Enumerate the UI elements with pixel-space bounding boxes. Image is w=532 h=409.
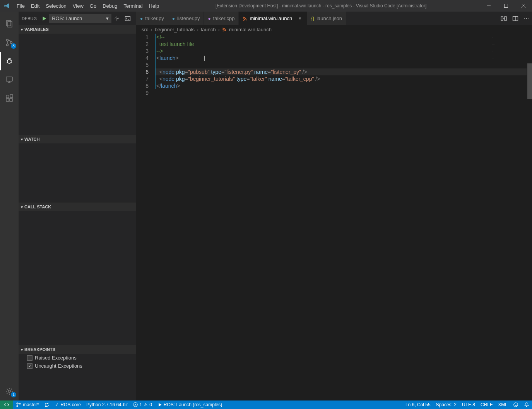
- debug-config-value: ROS: Launch: [52, 15, 82, 21]
- status-branch[interactable]: master*: [13, 400, 41, 409]
- status-cursor-pos[interactable]: Ln 6, Col 55: [403, 400, 433, 409]
- window-title: [Extension Development Host] - minimal.w…: [162, 3, 480, 9]
- svg-point-20: [19, 403, 21, 404]
- svg-rect-16: [505, 17, 506, 20]
- section-watch: ▾WATCH: [19, 135, 136, 203]
- code-content[interactable]: <!-- test launch file --> <launch> <node…: [155, 34, 532, 400]
- tab-listener-py[interactable]: ●listener.py: [168, 12, 204, 25]
- status-bar: master* ✓ROS core Python 2.7.16 64-bit ⓧ…: [0, 400, 532, 409]
- menu-terminal[interactable]: Terminal: [120, 2, 145, 10]
- status-language[interactable]: XML: [495, 400, 510, 409]
- chevron-down-icon: ▾: [21, 137, 23, 141]
- menu-view[interactable]: View: [70, 2, 87, 10]
- tab-talker-cpp[interactable]: ●talker.cpp: [204, 12, 239, 25]
- svg-rect-1: [7, 20, 11, 26]
- tab-minimal-launch[interactable]: minimal.win.launch×: [239, 12, 307, 25]
- vscode-logo-icon: [0, 3, 14, 9]
- status-eol[interactable]: CRLF: [478, 400, 495, 409]
- title-bar: File Edit Selection View Go Debug Termin…: [0, 0, 532, 12]
- svg-point-6: [7, 60, 11, 63]
- section-callstack-header[interactable]: ▾CALL STACK: [19, 203, 136, 211]
- activity-debug[interactable]: [0, 52, 19, 70]
- chevron-down-icon: ▾: [21, 205, 23, 209]
- activity-settings[interactable]: 1: [0, 382, 19, 400]
- section-breakpoints: ▾BREAKPOINTS Raised Exceptions Uncaught …: [19, 345, 136, 370]
- menu-go[interactable]: Go: [87, 2, 99, 10]
- svg-rect-15: [501, 17, 503, 20]
- status-notifications[interactable]: [521, 400, 532, 409]
- activity-extensions[interactable]: [0, 89, 19, 107]
- status-feedback[interactable]: [510, 400, 521, 409]
- chevron-down-icon: ▾: [21, 348, 23, 352]
- debug-config-select[interactable]: ROS: Launch ▾: [49, 14, 111, 23]
- menu-edit[interactable]: Edit: [28, 2, 43, 10]
- menu-debug[interactable]: Debug: [99, 2, 120, 10]
- python-icon: ●: [140, 16, 143, 21]
- breakpoint-label: Raised Exceptions: [35, 355, 77, 361]
- svg-rect-9: [6, 99, 9, 101]
- status-indent[interactable]: Spaces: 2: [433, 400, 459, 409]
- breadcrumb[interactable]: src› beginner_tutorials› launch› minimal…: [136, 25, 532, 34]
- svg-rect-10: [10, 99, 12, 101]
- breakpoint-uncaught[interactable]: Uncaught Exceptions: [19, 362, 136, 370]
- svg-rect-2: [8, 22, 12, 27]
- section-variables-header[interactable]: ▾VARIABLES: [19, 25, 136, 34]
- start-debug-button[interactable]: [41, 16, 47, 21]
- svg-point-12: [8, 390, 10, 392]
- section-callstack: ▾CALL STACK: [19, 203, 136, 345]
- debug-config-gear[interactable]: [114, 15, 122, 22]
- section-watch-header[interactable]: ▾WATCH: [19, 135, 136, 143]
- checkbox-unchecked[interactable]: [27, 355, 33, 361]
- remote-indicator[interactable]: [0, 400, 13, 409]
- tab-talker-py[interactable]: ●talker.py: [136, 12, 168, 25]
- svg-point-19: [17, 406, 18, 407]
- status-encoding[interactable]: UTF-8: [459, 400, 478, 409]
- editor-group: ●talker.py ●listener.py ●talker.cpp mini…: [136, 12, 532, 400]
- activity-scm[interactable]: 8: [0, 33, 19, 52]
- status-problems[interactable]: ⓧ1 ⚠0: [130, 400, 154, 409]
- section-breakpoints-header[interactable]: ▾BREAKPOINTS: [19, 345, 136, 354]
- rss-icon: [222, 27, 227, 32]
- split-editor-icon[interactable]: [512, 15, 518, 22]
- svg-rect-8: [6, 95, 9, 98]
- minimize-button[interactable]: [480, 0, 497, 12]
- close-button[interactable]: [515, 0, 532, 12]
- python-icon: ●: [172, 16, 175, 21]
- debug-console-button[interactable]: [125, 15, 133, 22]
- debug-sidebar: DEBUG ROS: Launch ▾ ▾VARIABLES ▾WATCH ▾: [19, 12, 136, 400]
- rss-icon: [243, 16, 247, 21]
- compare-changes-icon[interactable]: [501, 15, 507, 22]
- window-controls: [480, 0, 532, 12]
- menu-bar: File Edit Selection View Go Debug Termin…: [14, 2, 162, 10]
- tab-bar: ●talker.py ●listener.py ●talker.cpp mini…: [136, 12, 532, 25]
- menu-help[interactable]: Help: [146, 2, 163, 10]
- status-launch[interactable]: ROS: Launch (ros_samples): [155, 400, 225, 409]
- maximize-button[interactable]: [497, 0, 515, 12]
- status-python[interactable]: Python 2.7.16 64-bit: [84, 400, 130, 409]
- code-editor[interactable]: 123456789 <!-- test launch file --> <lau…: [136, 34, 532, 400]
- svg-rect-0: [504, 4, 508, 8]
- svg-rect-7: [6, 77, 12, 81]
- svg-point-3: [7, 39, 9, 41]
- breakpoint-raised[interactable]: Raised Exceptions: [19, 354, 136, 362]
- cpp-icon: ●: [208, 16, 210, 21]
- more-actions-icon[interactable]: ⋯: [524, 15, 529, 21]
- json-icon: {}: [311, 16, 314, 21]
- menu-selection[interactable]: Selection: [43, 2, 69, 10]
- section-variables: ▾VARIABLES: [19, 25, 136, 135]
- tab-launch-json[interactable]: {}launch.json: [307, 12, 346, 25]
- line-gutter: 123456789: [136, 34, 155, 400]
- svg-point-5: [10, 42, 12, 44]
- status-ros[interactable]: ✓ROS core: [52, 400, 84, 409]
- checkbox-checked[interactable]: [27, 363, 33, 369]
- menu-file[interactable]: File: [14, 2, 28, 10]
- activity-remote[interactable]: [0, 70, 19, 89]
- scrollbar-marker[interactable]: [527, 63, 532, 99]
- scm-badge: 8: [11, 43, 16, 49]
- debug-header: DEBUG ROS: Launch ▾: [19, 12, 136, 25]
- activity-explorer[interactable]: [0, 15, 19, 33]
- svg-point-4: [7, 44, 9, 46]
- status-sync[interactable]: [41, 400, 52, 409]
- error-icon: ⓧ: [133, 402, 138, 408]
- close-tab-button[interactable]: ×: [297, 15, 303, 21]
